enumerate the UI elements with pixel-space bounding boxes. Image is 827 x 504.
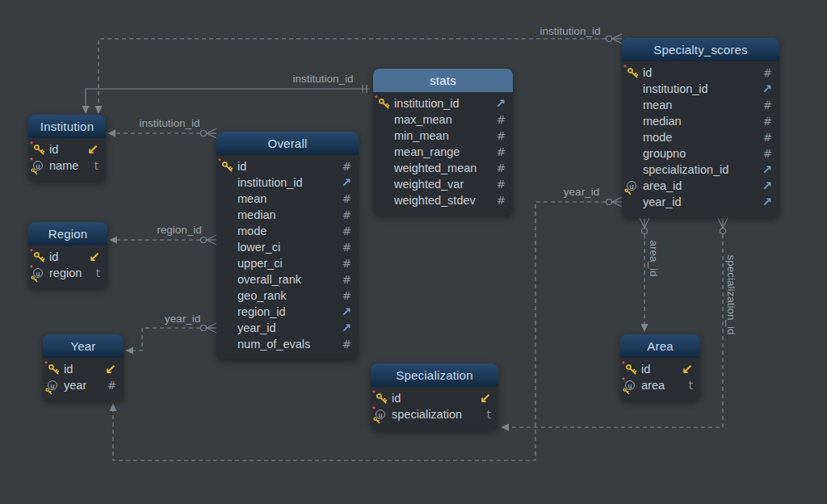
table-region[interactable]: Region*id↙u*regiont bbox=[28, 222, 107, 288]
table-title[interactable]: stats bbox=[373, 69, 513, 92]
column-row-mode[interactable]: mode# bbox=[216, 223, 359, 239]
crowfoot-connector-icon bbox=[607, 34, 623, 44]
not-null-mark: * bbox=[30, 156, 33, 164]
table-columns: *id↙uyear# bbox=[43, 358, 124, 401]
table-stats[interactable]: stats*institution_id↗max_mean#min_mean#m… bbox=[373, 69, 513, 216]
table-title[interactable]: Overall bbox=[216, 132, 359, 155]
column-row-institution_id[interactable]: institution_id↗ bbox=[622, 81, 779, 97]
primary-key-icon: * bbox=[627, 66, 643, 79]
relationship-institution_id[interactable] bbox=[95, 34, 623, 114]
column-name: mean bbox=[643, 99, 762, 111]
column-row-id[interactable]: *id↙ bbox=[28, 141, 106, 158]
relationship-label: region_id bbox=[157, 224, 202, 236]
foreign-key-arrow-icon: ↗ bbox=[495, 96, 506, 111]
table-columns: *id↙u*regiont bbox=[28, 246, 107, 288]
arrow-connector-icon bbox=[501, 424, 509, 431]
column-row-mean[interactable]: mean# bbox=[216, 191, 359, 207]
relationship-label: institution_id bbox=[539, 25, 600, 37]
column-row-id[interactable]: *id↙ bbox=[28, 249, 107, 265]
column-row-upper_ci[interactable]: upper_ci# bbox=[216, 255, 359, 271]
table-overall[interactable]: Overall*id#institution_id↗mean#median#mo… bbox=[216, 132, 359, 359]
column-row-area_id[interactable]: uarea_id↗ bbox=[622, 178, 779, 194]
column-row-specialization[interactable]: u*specializationt bbox=[371, 406, 498, 422]
column-type-indicator: # bbox=[341, 289, 351, 302]
column-row-max_mean[interactable]: max_mean# bbox=[373, 111, 513, 128]
column-row-id[interactable]: *id↙ bbox=[620, 361, 700, 377]
column-row-min_mean[interactable]: min_mean# bbox=[373, 128, 513, 144]
relationship-year_id[interactable] bbox=[110, 197, 623, 460]
unique-index-icon: u* bbox=[625, 379, 641, 392]
no-icon bbox=[627, 147, 643, 160]
column-name: region_id bbox=[237, 305, 341, 318]
column-type-indicator: # bbox=[762, 131, 772, 144]
column-row-id[interactable]: *id# bbox=[216, 158, 359, 174]
column-name: year_id bbox=[643, 195, 762, 208]
column-row-num_of_evals[interactable]: num_of_evals# bbox=[216, 336, 359, 352]
column-row-overall_rank[interactable]: overall_rank# bbox=[216, 271, 359, 288]
arrow-connector-icon bbox=[95, 106, 103, 114]
table-title[interactable]: Institution bbox=[28, 115, 106, 138]
column-row-year[interactable]: uyear# bbox=[43, 377, 124, 393]
no-icon bbox=[378, 129, 394, 142]
table-title[interactable]: Region bbox=[28, 222, 107, 246]
column-row-year_id[interactable]: year_id↗ bbox=[216, 320, 359, 336]
column-row-median[interactable]: median# bbox=[216, 207, 359, 223]
er-diagram-canvas[interactable]: institution_idinstitution_idinstitution_… bbox=[0, 0, 827, 504]
column-row-area[interactable]: u*areat bbox=[620, 377, 700, 393]
no-icon bbox=[627, 99, 643, 111]
table-title[interactable]: Area bbox=[620, 334, 700, 358]
table-title[interactable]: Specialty_scores bbox=[622, 38, 779, 61]
column-row-median[interactable]: median# bbox=[622, 113, 779, 129]
no-icon bbox=[627, 163, 643, 176]
column-row-id[interactable]: *id# bbox=[622, 65, 779, 81]
column-row-mean_range[interactable]: mean_range# bbox=[373, 144, 513, 160]
column-row-id[interactable]: *id↙ bbox=[43, 361, 124, 377]
column-name: min_mean bbox=[394, 129, 495, 142]
crowfoot-connector-icon bbox=[201, 128, 217, 138]
not-null-mark: * bbox=[218, 157, 221, 165]
no-icon bbox=[221, 338, 237, 351]
table-specialty_scores[interactable]: Specialty_scores*id#institution_id↗mean#… bbox=[622, 38, 779, 217]
column-row-specialization_id[interactable]: specialization_id↗ bbox=[622, 162, 779, 178]
primary-key-icon: * bbox=[378, 97, 394, 110]
column-name: upper_ci bbox=[237, 257, 341, 270]
column-row-id[interactable]: *id↙ bbox=[371, 390, 498, 406]
no-icon bbox=[221, 208, 237, 221]
no-icon bbox=[378, 178, 394, 191]
column-name: id bbox=[64, 363, 105, 376]
table-institution[interactable]: Institution*id↙u*namet bbox=[28, 115, 106, 181]
column-row-year_id[interactable]: year_id↗ bbox=[622, 194, 779, 210]
column-row-name[interactable]: u*namet bbox=[28, 158, 106, 174]
foreign-key-arrow-icon: ↗ bbox=[762, 162, 772, 177]
relationship-label: year_id bbox=[564, 186, 599, 198]
column-row-weighted_var[interactable]: weighted_var# bbox=[373, 176, 513, 192]
no-icon bbox=[221, 192, 237, 205]
table-area[interactable]: Area*id↙u*areat bbox=[620, 334, 700, 401]
column-row-lower_ci[interactable]: lower_ci# bbox=[216, 239, 359, 255]
arrow-connector-icon bbox=[107, 130, 115, 137]
column-row-weighted_stdev[interactable]: weighted_stdev# bbox=[373, 192, 513, 208]
table-title[interactable]: Year bbox=[43, 334, 124, 358]
column-type-indicator: # bbox=[495, 194, 506, 207]
column-row-institution_id[interactable]: *institution_id↗ bbox=[373, 95, 513, 111]
table-title[interactable]: Specialization bbox=[371, 363, 498, 387]
column-row-mode[interactable]: mode# bbox=[622, 129, 779, 145]
relationship-label: area_id bbox=[648, 240, 660, 276]
relationship-institution_id[interactable] bbox=[82, 85, 371, 114]
column-row-region[interactable]: u*regiont bbox=[28, 265, 107, 281]
column-row-mean[interactable]: mean# bbox=[622, 97, 779, 113]
relationship-year_id[interactable] bbox=[125, 323, 216, 355]
crowfoot-connector-icon bbox=[718, 218, 728, 234]
column-row-institution_id[interactable]: institution_id↗ bbox=[216, 174, 359, 191]
relationship-institution_id[interactable] bbox=[107, 128, 216, 138]
table-specialization[interactable]: Specialization*id↙u*specializationt bbox=[371, 363, 498, 430]
relationship-region_id[interactable] bbox=[109, 235, 216, 245]
column-row-geo_rank[interactable]: geo_rank# bbox=[216, 288, 359, 304]
column-row-weighted_mean[interactable]: weighted_mean# bbox=[373, 160, 513, 176]
column-name: institution_id bbox=[237, 176, 341, 189]
column-row-groupno[interactable]: groupno# bbox=[622, 145, 779, 162]
incoming-reference-arrow-icon: ↙ bbox=[105, 363, 116, 376]
column-row-region_id[interactable]: region_id↗ bbox=[216, 304, 359, 320]
table-year[interactable]: Year*id↙uyear# bbox=[43, 334, 124, 401]
arrow-connector-icon bbox=[125, 347, 133, 355]
